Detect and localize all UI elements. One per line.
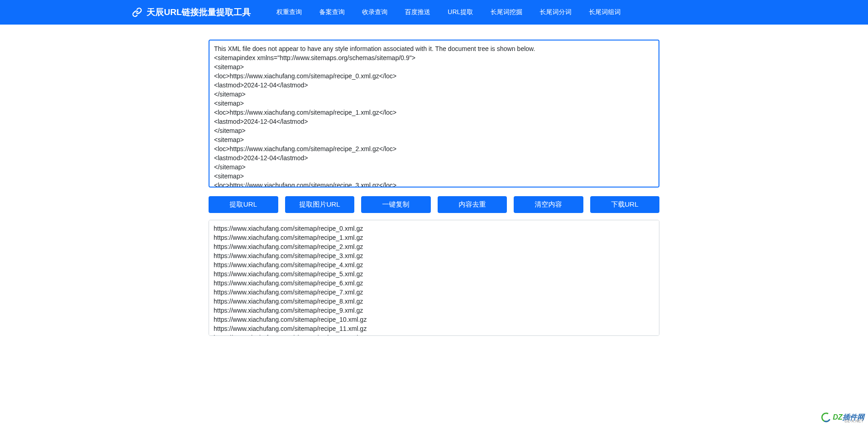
- nav-item-index-query[interactable]: 收录查询: [357, 6, 393, 18]
- nav-item-longtail-combine[interactable]: 长尾词组词: [583, 6, 626, 18]
- input-textarea[interactable]: [209, 40, 659, 188]
- clear-button[interactable]: 清空内容: [514, 196, 583, 213]
- navbar: 天辰URL链接批量提取工具 权重查询 备案查询 收录查询 百度推送 URL提取 …: [0, 0, 868, 25]
- app-title: 天辰URL链接批量提取工具: [147, 6, 251, 18]
- nav-item-longtail-mining[interactable]: 长尾词挖掘: [485, 6, 528, 18]
- button-row: 提取URL 提取图片URL 一键复制 内容去重 清空内容 下载URL: [209, 196, 659, 213]
- download-button[interactable]: 下载URL: [590, 196, 660, 213]
- output-textarea[interactable]: [209, 220, 659, 336]
- extract-image-url-button[interactable]: 提取图片URL: [285, 196, 355, 213]
- nav-item-baidu-push[interactable]: 百度推送: [399, 6, 436, 18]
- nav-item-longtail-segment[interactable]: 长尾词分词: [534, 6, 577, 18]
- dedupe-button[interactable]: 内容去重: [438, 196, 507, 213]
- main-container: 提取URL 提取图片URL 一键复制 内容去重 清空内容 下载URL: [209, 25, 659, 338]
- logo-link[interactable]: 天辰URL链接批量提取工具: [132, 6, 251, 18]
- nav-item-weight-query[interactable]: 权重查询: [271, 6, 307, 18]
- extract-url-button[interactable]: 提取URL: [209, 196, 278, 213]
- nav-item-record-query[interactable]: 备案查询: [314, 6, 350, 18]
- copy-all-button[interactable]: 一键复制: [361, 196, 431, 213]
- link-icon: [132, 7, 142, 17]
- nav-item-url-extract[interactable]: URL提取: [442, 6, 479, 18]
- navbar-content: 天辰URL链接批量提取工具 权重查询 备案查询 收录查询 百度推送 URL提取 …: [0, 6, 626, 18]
